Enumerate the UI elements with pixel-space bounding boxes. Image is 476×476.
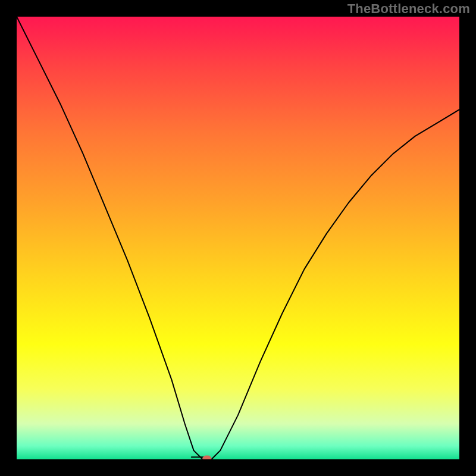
plot-area xyxy=(17,17,459,459)
chart-frame: TheBottleneck.com xyxy=(0,0,476,476)
chart-svg xyxy=(17,17,459,459)
watermark-text: TheBottleneck.com xyxy=(347,1,470,17)
optimum-marker-icon xyxy=(203,456,211,459)
curve-right xyxy=(203,109,460,459)
curve-left xyxy=(17,17,203,459)
